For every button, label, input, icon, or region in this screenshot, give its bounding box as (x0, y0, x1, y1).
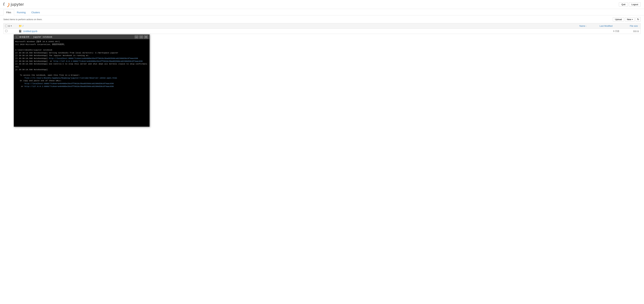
col-name-header[interactable]: Name ↓ (578, 24, 598, 28)
file-modified: 9 天前 (598, 30, 622, 33)
toolbar: Select items to perform actions on them.… (0, 16, 644, 23)
col-size-header[interactable]: File size (622, 24, 639, 28)
header-buttons: Quit Logout (619, 2, 641, 7)
select-dropdown-arrow[interactable]: ▾ (11, 25, 12, 27)
tab-running[interactable]: Running (14, 9, 28, 16)
file-name-area: 📓 Untitled.ipynb (18, 30, 598, 33)
quit-button[interactable]: Quit (619, 2, 628, 7)
toolbar-info-text: Select items to perform actions on them. (3, 18, 42, 21)
table-row: 📓 Untitled.ipynb 9 天前 555 B (3, 29, 641, 34)
svg-point-0 (3, 1, 10, 8)
toolbar-actions: Upload New ↻ (613, 17, 641, 22)
file-name-link[interactable]: Untitled.ipynb (23, 30, 38, 33)
svg-point-1 (3, 1, 10, 8)
tab-files[interactable]: Files (3, 9, 14, 16)
header: jupyter Quit Logout (0, 0, 644, 9)
column-headers: Name ↓ Last Modified File size (578, 24, 639, 28)
col-modified-header[interactable]: Last Modified (598, 24, 622, 28)
file-list-container: 0 ▾ 📁 / Name ↓ Last Modified File size 📓 (0, 23, 644, 34)
file-checkbox-area (5, 30, 18, 33)
notebook-icon: 📓 (18, 30, 22, 33)
tab-clusters[interactable]: Clusters (28, 9, 43, 16)
folder-icon: 📁 (18, 24, 22, 28)
select-all-checkbox[interactable] (5, 25, 8, 27)
jupyter-logo-icon (3, 1, 10, 8)
new-button[interactable]: New (625, 17, 634, 22)
file-checkbox[interactable] (5, 30, 8, 32)
folder-path: 📁 / (18, 24, 578, 28)
file-size: 555 B (622, 30, 639, 33)
logo-text: jupyter (11, 2, 24, 7)
refresh-button[interactable]: ↻ (636, 17, 641, 22)
select-all-area: 0 ▾ (5, 25, 18, 27)
logout-button[interactable]: Logout (629, 2, 641, 7)
path-text[interactable]: / (23, 25, 23, 27)
file-list-header: 0 ▾ 📁 / Name ↓ Last Modified File size (3, 23, 641, 29)
logo-area: jupyter (3, 1, 24, 8)
upload-button[interactable]: Upload (613, 17, 624, 22)
tabs-bar: Files Running Clusters (0, 9, 644, 16)
